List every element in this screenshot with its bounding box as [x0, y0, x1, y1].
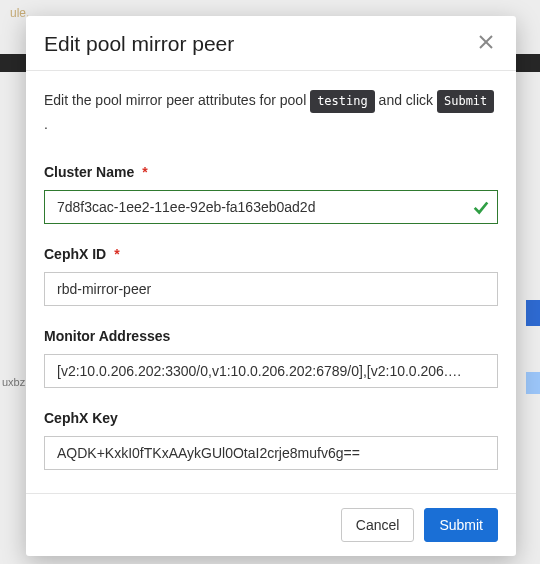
modal-header: Edit pool mirror peer	[26, 16, 516, 71]
form-group-cephx-id: CephX ID *	[44, 246, 498, 306]
intro-text-middle: and click	[379, 92, 437, 108]
pool-name-chip: testing	[310, 90, 375, 113]
modal-intro: Edit the pool mirror peer attributes for…	[44, 89, 498, 136]
cephx-id-input-wrap	[44, 272, 498, 306]
modal-title: Edit pool mirror peer	[44, 32, 234, 56]
label-text: Monitor Addresses	[44, 328, 170, 344]
cephx-key-input-wrap	[44, 436, 498, 470]
intro-text-suffix: .	[44, 116, 48, 132]
required-asterisk: *	[142, 164, 147, 180]
cluster-name-input-wrap	[44, 190, 498, 224]
label-cephx-key: CephX Key	[44, 410, 498, 426]
cephx-key-input[interactable]	[44, 436, 498, 470]
label-text: CephX ID	[44, 246, 106, 262]
label-cephx-id: CephX ID *	[44, 246, 498, 262]
submit-button[interactable]: Submit	[424, 508, 498, 542]
label-text: Cluster Name	[44, 164, 134, 180]
background-blue-block-2	[526, 372, 540, 394]
form-group-cephx-key: CephX Key	[44, 410, 498, 470]
required-asterisk: *	[114, 246, 119, 262]
background-fragment-left: uxbz	[2, 376, 25, 388]
form-group-monitor-addresses: Monitor Addresses	[44, 328, 498, 388]
modal-body: Edit the pool mirror peer attributes for…	[26, 71, 516, 493]
background-blue-block	[526, 300, 540, 326]
label-cluster-name: Cluster Name *	[44, 164, 498, 180]
submit-chip: Submit	[437, 90, 494, 113]
close-button[interactable]	[474, 32, 498, 56]
cancel-button[interactable]: Cancel	[341, 508, 415, 542]
form-group-cluster-name: Cluster Name *	[44, 164, 498, 224]
edit-pool-mirror-peer-modal: Edit pool mirror peer Edit the pool mirr…	[26, 16, 516, 556]
cephx-id-input[interactable]	[44, 272, 498, 306]
monitor-addresses-input-wrap	[44, 354, 498, 388]
label-text: CephX Key	[44, 410, 118, 426]
monitor-addresses-input[interactable]	[44, 354, 498, 388]
valid-check-icon	[472, 198, 490, 216]
close-icon	[478, 34, 494, 55]
modal-footer: Cancel Submit	[26, 493, 516, 556]
intro-text-prefix: Edit the pool mirror peer attributes for…	[44, 92, 310, 108]
label-monitor-addresses: Monitor Addresses	[44, 328, 498, 344]
cluster-name-input[interactable]	[44, 190, 498, 224]
